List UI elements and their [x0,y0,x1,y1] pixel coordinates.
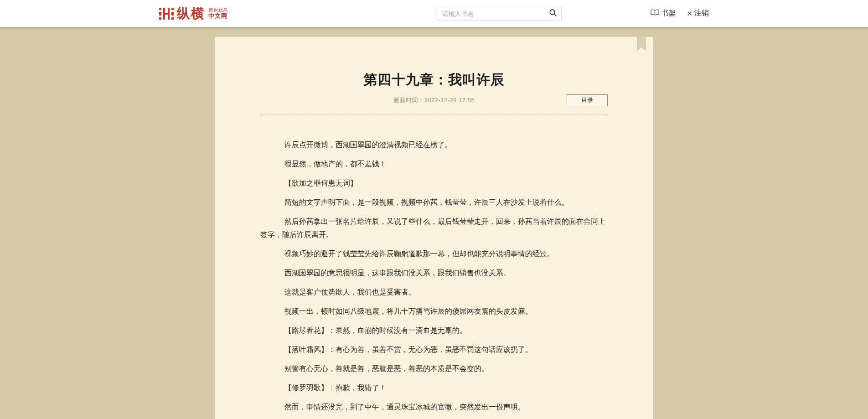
logo-tagline: 原创精品 中文网 [208,8,228,19]
chapter-title: 第四十九章：我叫许辰 [260,72,608,88]
bookmark-ribbon-icon [637,37,646,52]
paragraph: 然而，事情还没完，到了中午，通灵珠宝冰城的官微，突然发出一份声明。 [260,400,608,414]
paragraph: 视频巧妙的避开了钱莹莹先给许辰鞠躬道歉那一幕，但却也能充分说明事情的经过。 [260,247,608,260]
paragraph: 视频一出，顿时如同八级地震，将几十万痛骂许辰的傻屌网友震的头皮发麻。 [260,305,608,318]
paragraph: 【路尽看花】：果然，血崩的时候没有一滴血是无辜的。 [260,324,608,337]
paragraph: 别管有心无心，善就是善，恶就是恶，善恶的本质是不会变的。 [260,362,608,375]
top-header: 纵横 原创精品 中文网 [0,0,868,27]
paragraph: 【落叶霜风】：有心为善，虽善不赏，无心为恶，虽恶不罚这句话应该扔了。 [260,343,608,356]
bookshelf-icon [651,9,659,18]
search-button[interactable] [545,7,561,20]
logo-brand-text: 纵横 [177,7,205,20]
header-container: 纵横 原创精品 中文网 [159,0,709,27]
bookshelf-label: 书架 [661,9,676,18]
site-logo[interactable]: 纵横 原创精品 中文网 [159,7,228,21]
chapter-body: 许辰点开微博，西湖国翠园的澄清视频已经在榜了。 很显然，做地产的，都不差钱！ 【… [260,138,608,414]
logout-icon: ✕ [687,10,692,17]
search-box [437,7,562,21]
paragraph: 【修罗羽歌】：抱歉，我错了！ [260,381,608,394]
paragraph: 这就是客户仗势欺人，我们也是受害者。 [260,285,608,299]
paragraph: 很显然，做地产的，都不差钱！ [260,157,608,171]
logout-label: 注销 [694,9,709,18]
toc-button[interactable]: 目录 [567,94,608,106]
paragraph: 西湖国翠园的意思很明显，这事跟我们没关系，跟我们销售也没关系。 [260,266,608,279]
paragraph: 简短的文字声明下面，是一段视频，视频中孙茜，钱莹莹，许辰三人在沙发上说着什么。 [260,196,608,209]
paragraph: 【欲加之罪何患无词】 [260,176,608,190]
bookshelf-link[interactable]: 书架 [651,9,676,18]
reader-background: 第四十九章：我叫许辰 更新时间：2022-12-29 17:55 目录 许辰点开… [0,27,868,419]
logout-link[interactable]: ✕ 注销 [687,9,709,18]
search-input[interactable] [437,7,545,20]
divider [260,114,608,115]
chapter-card: 第四十九章：我叫许辰 更新时间：2022-12-29 17:55 目录 许辰点开… [215,37,653,419]
logo-tagline-line2: 中文网 [208,13,228,19]
update-time: 更新时间：2022-12-29 17:55 [393,96,475,104]
chapter-meta-row: 更新时间：2022-12-29 17:55 目录 [260,94,608,106]
paragraph: 然后孙茜拿出一张名片给许辰，又说了些什么，最后钱莹莹走开，回来，孙茜当着许辰的面… [260,215,608,241]
paragraph: 许辰点开微博，西湖国翠园的澄清视频已经在榜了。 [260,138,608,151]
page: 纵横 原创精品 中文网 [0,0,868,419]
logo-mark-icon [159,7,174,21]
search-icon [549,9,557,18]
user-links: 书架 ✕ 注销 [651,9,709,18]
